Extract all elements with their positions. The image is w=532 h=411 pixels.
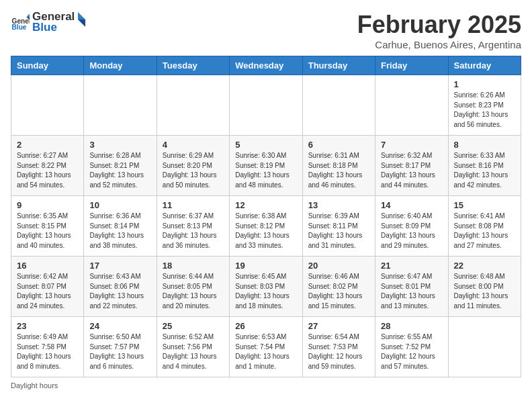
- calendar-header-friday: Friday: [375, 56, 448, 75]
- day-info: Sunrise: 6:42 AM Sunset: 8:07 PM Dayligh…: [17, 272, 78, 311]
- calendar-cell: 14Sunrise: 6:40 AM Sunset: 8:09 PM Dayli…: [375, 196, 448, 257]
- day-number: 26: [235, 321, 296, 331]
- calendar-cell: 21Sunrise: 6:47 AM Sunset: 8:01 PM Dayli…: [375, 257, 448, 317]
- day-number: 2: [17, 140, 78, 150]
- calendar-cell: [11, 75, 84, 136]
- day-info: Sunrise: 6:27 AM Sunset: 8:22 PM Dayligh…: [17, 151, 78, 190]
- calendar-cell: 9Sunrise: 6:35 AM Sunset: 8:15 PM Daylig…: [11, 196, 84, 257]
- day-number: 25: [163, 321, 224, 331]
- day-info: Sunrise: 6:28 AM Sunset: 8:21 PM Dayligh…: [89, 151, 150, 190]
- day-info: Sunrise: 6:30 AM Sunset: 8:19 PM Dayligh…: [235, 151, 296, 190]
- day-info: Sunrise: 6:45 AM Sunset: 8:03 PM Dayligh…: [235, 272, 296, 311]
- calendar-cell: 20Sunrise: 6:46 AM Sunset: 8:02 PM Dayli…: [302, 257, 375, 317]
- day-number: 22: [454, 261, 515, 271]
- day-info: Sunrise: 6:53 AM Sunset: 7:54 PM Dayligh…: [235, 332, 296, 371]
- calendar-cell: 17Sunrise: 6:43 AM Sunset: 8:06 PM Dayli…: [84, 257, 157, 317]
- day-number: 7: [381, 140, 442, 150]
- day-number: 24: [89, 321, 150, 331]
- calendar-cell: [230, 75, 302, 136]
- calendar-cell: 25Sunrise: 6:52 AM Sunset: 7:56 PM Dayli…: [157, 317, 229, 377]
- calendar-header-sunday: Sunday: [11, 56, 84, 75]
- day-info: Sunrise: 6:32 AM Sunset: 8:17 PM Dayligh…: [381, 151, 442, 190]
- day-number: 20: [308, 261, 369, 271]
- svg-marker-2: [26, 14, 30, 17]
- day-info: Sunrise: 6:55 AM Sunset: 7:52 PM Dayligh…: [381, 332, 442, 371]
- svg-marker-5: [78, 19, 85, 27]
- day-info: Sunrise: 6:39 AM Sunset: 8:11 PM Dayligh…: [308, 212, 369, 250]
- svg-text:Blue: Blue: [12, 24, 27, 31]
- calendar-cell: 13Sunrise: 6:39 AM Sunset: 8:11 PM Dayli…: [302, 196, 375, 257]
- calendar-cell: 26Sunrise: 6:53 AM Sunset: 7:54 PM Dayli…: [230, 317, 302, 377]
- calendar-cell: 12Sunrise: 6:38 AM Sunset: 8:12 PM Dayli…: [230, 196, 302, 257]
- calendar-cell: 10Sunrise: 6:36 AM Sunset: 8:14 PM Dayli…: [84, 196, 157, 257]
- day-number: 18: [163, 261, 224, 271]
- calendar-week-row: 1Sunrise: 6:26 AM Sunset: 8:23 PM Daylig…: [11, 75, 521, 136]
- day-number: 8: [454, 140, 515, 150]
- calendar-week-row: 16Sunrise: 6:42 AM Sunset: 8:07 PM Dayli…: [11, 257, 521, 317]
- calendar-table: SundayMondayTuesdayWednesdayThursdayFrid…: [11, 56, 521, 377]
- logo: General Blue General Blue: [11, 11, 85, 34]
- page-title: February 2025: [357, 11, 521, 39]
- day-number: 21: [381, 261, 442, 271]
- calendar-cell: 19Sunrise: 6:45 AM Sunset: 8:03 PM Dayli…: [230, 257, 302, 317]
- day-info: Sunrise: 6:37 AM Sunset: 8:13 PM Dayligh…: [163, 212, 224, 250]
- day-number: 10: [89, 200, 150, 210]
- day-number: 23: [17, 321, 78, 331]
- calendar-header-monday: Monday: [84, 56, 157, 75]
- calendar-cell: 2Sunrise: 6:27 AM Sunset: 8:22 PM Daylig…: [11, 136, 84, 196]
- day-number: 4: [163, 140, 224, 150]
- day-info: Sunrise: 6:29 AM Sunset: 8:20 PM Dayligh…: [163, 151, 224, 190]
- calendar-cell: 7Sunrise: 6:32 AM Sunset: 8:17 PM Daylig…: [375, 136, 448, 196]
- calendar-cell: 4Sunrise: 6:29 AM Sunset: 8:20 PM Daylig…: [157, 136, 229, 196]
- calendar-cell: 28Sunrise: 6:55 AM Sunset: 7:52 PM Dayli…: [375, 317, 448, 377]
- day-info: Sunrise: 6:38 AM Sunset: 8:12 PM Dayligh…: [235, 212, 296, 250]
- calendar-cell: 1Sunrise: 6:26 AM Sunset: 8:23 PM Daylig…: [448, 75, 521, 136]
- svg-marker-4: [78, 12, 85, 19]
- calendar-week-row: 23Sunrise: 6:49 AM Sunset: 7:58 PM Dayli…: [11, 317, 521, 377]
- day-info: Sunrise: 6:40 AM Sunset: 8:09 PM Dayligh…: [381, 212, 442, 250]
- day-number: 3: [89, 140, 150, 150]
- calendar-cell: 8Sunrise: 6:33 AM Sunset: 8:16 PM Daylig…: [448, 136, 521, 196]
- day-info: Sunrise: 6:31 AM Sunset: 8:18 PM Dayligh…: [308, 151, 369, 190]
- day-number: 14: [381, 200, 442, 210]
- day-number: 13: [308, 200, 369, 210]
- day-info: Sunrise: 6:36 AM Sunset: 8:14 PM Dayligh…: [89, 212, 150, 250]
- day-info: Sunrise: 6:26 AM Sunset: 8:23 PM Dayligh…: [454, 91, 515, 130]
- calendar-cell: 18Sunrise: 6:44 AM Sunset: 8:05 PM Dayli…: [157, 257, 229, 317]
- day-info: Sunrise: 6:44 AM Sunset: 8:05 PM Dayligh…: [163, 272, 224, 311]
- calendar-cell: [302, 75, 375, 136]
- calendar-cell: [157, 75, 229, 136]
- day-number: 12: [235, 200, 296, 210]
- day-info: Sunrise: 6:49 AM Sunset: 7:58 PM Dayligh…: [17, 332, 78, 371]
- calendar-cell: 24Sunrise: 6:50 AM Sunset: 7:57 PM Dayli…: [84, 317, 157, 377]
- calendar-cell: 3Sunrise: 6:28 AM Sunset: 8:21 PM Daylig…: [84, 136, 157, 196]
- calendar-cell: 22Sunrise: 6:48 AM Sunset: 8:00 PM Dayli…: [448, 257, 521, 317]
- day-info: Sunrise: 6:50 AM Sunset: 7:57 PM Dayligh…: [89, 332, 150, 371]
- day-number: 9: [17, 200, 78, 210]
- page-subtitle: Carhue, Buenos Aires, Argentina: [357, 39, 521, 50]
- title-area: February 2025 Carhue, Buenos Aires, Arge…: [357, 11, 521, 50]
- calendar-week-row: 9Sunrise: 6:35 AM Sunset: 8:15 PM Daylig…: [11, 196, 521, 257]
- calendar-header-row: SundayMondayTuesdayWednesdayThursdayFrid…: [11, 56, 521, 75]
- day-number: 15: [454, 200, 515, 210]
- calendar-cell: 23Sunrise: 6:49 AM Sunset: 7:58 PM Dayli…: [11, 317, 84, 377]
- day-number: 27: [308, 321, 369, 331]
- footer-note: Daylight hours: [11, 381, 521, 390]
- day-info: Sunrise: 6:46 AM Sunset: 8:02 PM Dayligh…: [308, 272, 369, 311]
- calendar-cell: [375, 75, 448, 136]
- calendar-header-saturday: Saturday: [448, 56, 521, 75]
- day-info: Sunrise: 6:52 AM Sunset: 7:56 PM Dayligh…: [163, 332, 224, 371]
- calendar-cell: 5Sunrise: 6:30 AM Sunset: 8:19 PM Daylig…: [230, 136, 302, 196]
- day-info: Sunrise: 6:48 AM Sunset: 8:00 PM Dayligh…: [454, 272, 515, 311]
- day-info: Sunrise: 6:47 AM Sunset: 8:01 PM Dayligh…: [381, 272, 442, 311]
- calendar-cell: 15Sunrise: 6:41 AM Sunset: 8:08 PM Dayli…: [448, 196, 521, 257]
- calendar-header-wednesday: Wednesday: [230, 56, 302, 75]
- header: General Blue General Blue February 2025 …: [11, 11, 521, 50]
- day-info: Sunrise: 6:33 AM Sunset: 8:16 PM Dayligh…: [454, 151, 515, 190]
- calendar-cell: 11Sunrise: 6:37 AM Sunset: 8:13 PM Dayli…: [157, 196, 229, 257]
- calendar-header-thursday: Thursday: [302, 56, 375, 75]
- day-info: Sunrise: 6:43 AM Sunset: 8:06 PM Dayligh…: [89, 272, 150, 311]
- day-info: Sunrise: 6:54 AM Sunset: 7:53 PM Dayligh…: [308, 332, 369, 371]
- day-number: 17: [89, 261, 150, 271]
- day-number: 1: [454, 79, 515, 89]
